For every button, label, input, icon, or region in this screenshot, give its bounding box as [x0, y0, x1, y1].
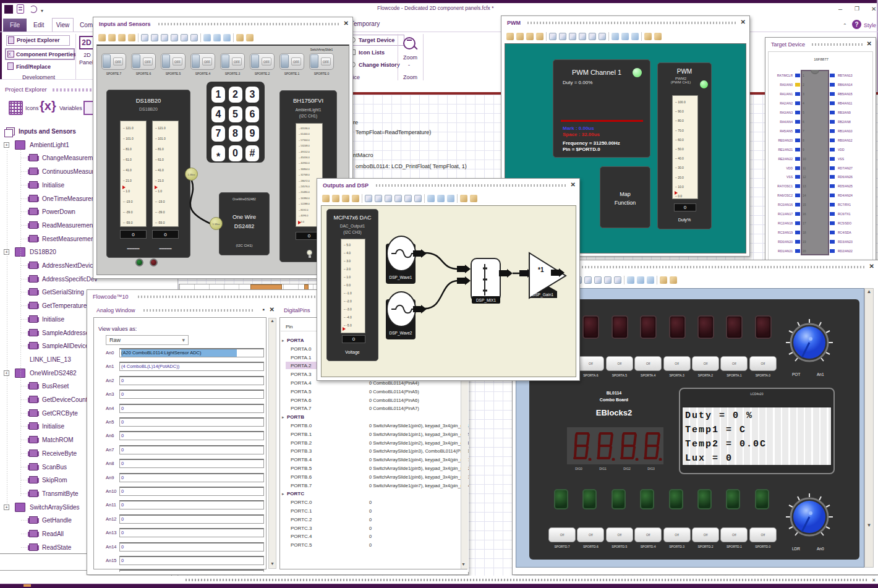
svg-text:DSP_Wave2: DSP_Wave2 [390, 331, 412, 336]
svg-text:DSP_Wave1: DSP_Wave1 [390, 275, 412, 280]
svg-text:DSP_Gain1: DSP_Gain1 [532, 292, 554, 297]
svg-text:*1: *1 [538, 266, 544, 273]
svg-text:DSP_MIX1: DSP_MIX1 [476, 298, 497, 303]
